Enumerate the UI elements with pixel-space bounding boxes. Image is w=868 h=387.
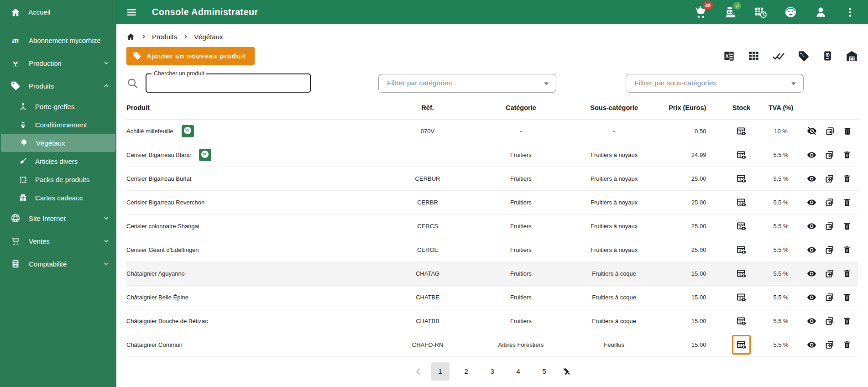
sidebar-item-accueil[interactable]: Accueil	[0, 0, 116, 24]
account-button[interactable]	[814, 5, 827, 19]
column-header-ref[interactable]: Réf.	[385, 95, 471, 119]
cart-download-button[interactable]: 49	[694, 5, 707, 19]
delete-button[interactable]	[842, 174, 852, 183]
menu-icon[interactable]	[125, 6, 137, 18]
stock-button[interactable]	[736, 245, 747, 255]
sidebar-item-conditionnement[interactable]: Conditionnement	[0, 115, 116, 134]
previous-page-button[interactable]	[413, 366, 424, 377]
sidebar-item-articles-divers[interactable]: Articles divers	[0, 152, 116, 170]
page-button-2[interactable]: 2	[457, 362, 476, 381]
tag-icon[interactable]	[798, 50, 810, 62]
warehouse-icon[interactable]	[846, 50, 858, 62]
duplicate-button[interactable]	[825, 221, 834, 231]
visibility-button[interactable]	[807, 221, 816, 231]
add-product-button[interactable]: Ajouter un nouveau produit	[126, 47, 255, 65]
product-tva-cell: 5.5 %	[761, 143, 800, 167]
duplicate-button[interactable]	[825, 340, 834, 350]
visibility-button[interactable]	[807, 245, 816, 255]
delete-button[interactable]	[842, 293, 852, 302]
visibility-button[interactable]	[807, 293, 816, 302]
visibility-button[interactable]	[807, 174, 816, 183]
page-button-1[interactable]: 1	[431, 362, 450, 381]
duplicate-button[interactable]	[825, 174, 834, 183]
next-page-button[interactable]	[561, 366, 571, 377]
product-category-cell: Fruitiers	[471, 285, 571, 309]
product-price-cell: 25.00	[657, 190, 722, 214]
sidebar-item-site-internet[interactable]: Site Internet	[0, 207, 116, 230]
sidebar-item-abonnement-mycorhize[interactable]: m Abonnement mycorhize	[0, 29, 116, 52]
kebab-menu-button[interactable]	[844, 6, 856, 18]
stock-button[interactable]	[736, 340, 747, 350]
table-grid-icon[interactable]	[748, 50, 760, 62]
sidebar-item-porte-greffes[interactable]: Porte-greffes	[0, 97, 116, 115]
sidebar-item-vegetaux[interactable]: Végétaux	[1, 134, 115, 152]
delete-button[interactable]	[842, 221, 852, 230]
support-agent-button[interactable]	[784, 5, 797, 19]
stock-button[interactable]	[736, 268, 747, 279]
delete-button[interactable]	[842, 198, 852, 207]
stock-button[interactable]	[736, 221, 747, 231]
column-header-tva[interactable]: TVA (%)	[761, 95, 800, 119]
sidebar-item-cartes-cadeaux[interactable]: Cartes cadeaux	[0, 188, 116, 207]
delete-button[interactable]	[842, 316, 852, 325]
column-header-categorie[interactable]: Catégorie	[471, 95, 571, 119]
cart-badge: 49	[703, 2, 713, 9]
visibility-button[interactable]	[807, 150, 816, 160]
duplicate-button[interactable]	[825, 126, 835, 136]
visibility-button[interactable]	[807, 340, 816, 350]
column-header-produit[interactable]: Produit	[126, 95, 385, 119]
breadcrumb-home-icon[interactable]	[126, 32, 135, 41]
page-button-4[interactable]: 4	[509, 362, 528, 381]
stock-button[interactable]	[736, 150, 747, 160]
stock-button[interactable]	[736, 197, 747, 208]
sidebar-item-comptabilite[interactable]: Comptabilité	[0, 252, 116, 275]
sidebar-item-production[interactable]: Production	[0, 52, 116, 74]
page-button-5[interactable]: 5	[535, 362, 554, 381]
subcategory-filter-select[interactable]: Filtrer par sous-catégories	[626, 74, 804, 93]
breadcrumb-item-vegetaux[interactable]: Végétaux	[194, 33, 223, 41]
delete-button[interactable]	[842, 269, 852, 278]
breadcrumb-item-produits[interactable]: Produits	[152, 33, 177, 41]
category-filter-select[interactable]: Filtrer par catégories	[378, 74, 556, 93]
search-input[interactable]	[146, 74, 310, 92]
duplicate-button[interactable]	[825, 150, 834, 160]
stock-button[interactable]	[736, 316, 747, 326]
chevron-down-icon	[103, 214, 110, 222]
stock-button[interactable]	[736, 292, 747, 303]
stock-button[interactable]	[736, 173, 747, 184]
row-actions-cell	[800, 190, 858, 214]
table-clock-button[interactable]	[754, 5, 767, 19]
duplicate-button[interactable]	[825, 245, 834, 255]
column-header-sous-categorie[interactable]: Sous-catégorie	[571, 95, 657, 119]
delete-button[interactable]	[842, 150, 852, 159]
column-header-prix[interactable]: Prix (Euros)	[657, 95, 722, 119]
duplicate-button[interactable]	[825, 293, 834, 302]
product-stock-cell	[722, 214, 761, 238]
cash-register-button[interactable]	[724, 5, 737, 19]
duplicate-button[interactable]	[825, 198, 834, 207]
passport-icon[interactable]	[822, 50, 833, 62]
sidebar-item-produits[interactable]: Produits	[0, 74, 116, 97]
duplicate-button[interactable]	[825, 316, 834, 326]
visibility-button[interactable]	[807, 316, 816, 326]
delete-button[interactable]	[843, 126, 852, 136]
visibility-button[interactable]	[807, 126, 817, 136]
sidebar-item-ventes[interactable]: Ventes	[0, 230, 116, 252]
visibility-button[interactable]	[807, 198, 816, 207]
page-button-3[interactable]: 3	[483, 362, 502, 381]
row-actions-cell	[800, 261, 858, 285]
double-check-icon[interactable]	[772, 49, 785, 63]
column-header-stock[interactable]: Stock	[722, 95, 761, 119]
product-name: Cerisier Bigarreau Reverchon	[126, 199, 204, 206]
excel-export-icon[interactable]: X	[723, 50, 735, 62]
sidebar: Accueil m Abonnement mycorhize Productio…	[0, 0, 116, 387]
product-stock-cell	[722, 167, 761, 190]
stock-button[interactable]	[736, 126, 747, 136]
visibility-button[interactable]	[807, 269, 816, 278]
delete-button[interactable]	[842, 245, 852, 254]
duplicate-button[interactable]	[825, 269, 834, 278]
delete-button[interactable]	[842, 340, 852, 349]
product-price-cell: 24.99	[657, 143, 722, 167]
sidebar-item-packs-de-produits[interactable]: Packs de produits	[0, 170, 116, 188]
product-subcategory-cell: Fruitiers à noyaux	[571, 214, 657, 238]
